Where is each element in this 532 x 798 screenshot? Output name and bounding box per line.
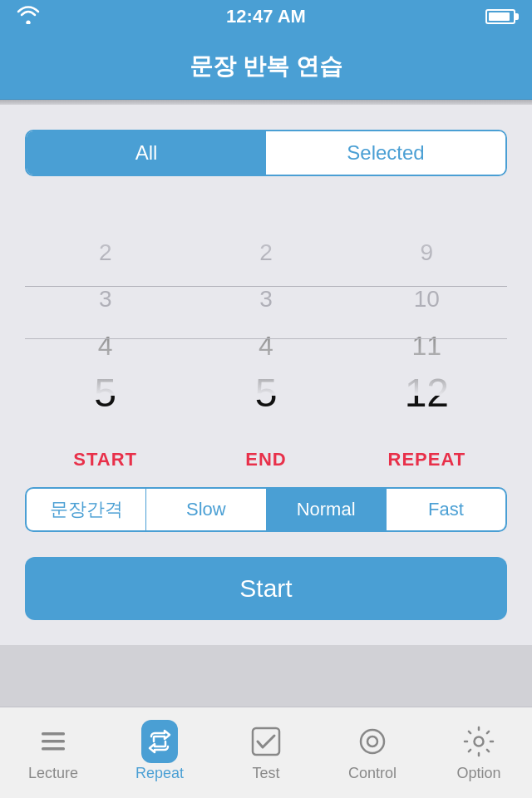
tab-control[interactable]: Control	[319, 707, 426, 798]
picker-item: 13	[347, 416, 507, 429]
picker-item-selected: 5	[25, 369, 185, 416]
tab-test[interactable]: Test	[213, 707, 319, 798]
picker-item: 2	[185, 229, 346, 276]
svg-point-4	[361, 730, 384, 753]
wifi-icon	[17, 6, 40, 27]
gear-icon	[461, 723, 497, 760]
picker-col-start[interactable]: 2 3 4 5 6 7	[25, 196, 185, 429]
speed-btn-fast[interactable]: Fast	[387, 489, 505, 530]
status-bar: 12:47 AM	[0, 0, 532, 33]
picker-item-selected: 12	[347, 369, 507, 416]
tab-test-label: Test	[252, 765, 279, 782]
end-label: END	[185, 449, 346, 470]
tab-lecture-label: Lecture	[28, 765, 78, 782]
picker-items-end: 2 3 4 5 6 7 8	[185, 196, 346, 429]
picker-items-repeat: 9 10 11 12 13 14 15	[347, 196, 507, 429]
speed-btn-interval[interactable]: 문장간격	[27, 489, 146, 530]
picker-item: 3	[185, 276, 346, 323]
tab-lecture[interactable]: Lecture	[0, 707, 106, 798]
check-icon	[248, 723, 284, 760]
picker-col-repeat[interactable]: 9 10 11 12 13 14 15	[347, 196, 507, 429]
picker-labels: START END REPEAT	[25, 449, 507, 470]
tab-repeat-label: Repeat	[135, 765, 184, 782]
svg-point-6	[475, 737, 484, 746]
picker-item: 3	[25, 276, 185, 323]
picker-item: 10	[347, 276, 507, 323]
circle-icon	[354, 723, 391, 760]
list-icon	[35, 723, 71, 760]
speed-selector: 문장간격 Slow Normal Fast	[25, 487, 507, 532]
picker-item: 4	[25, 323, 185, 369]
tab-option-label: Option	[456, 765, 500, 782]
picker-item: 11	[347, 323, 507, 369]
all-tab[interactable]: All	[27, 131, 266, 175]
picker[interactable]: 2 3 4 5 6 7 2 3 4 5 6 7 8 9	[25, 196, 507, 429]
tab-bar: Lecture Repeat Test	[0, 707, 532, 798]
status-time: 12:47 AM	[226, 6, 306, 27]
start-button[interactable]: Start	[25, 557, 507, 620]
repeat-icon	[141, 723, 178, 760]
picker-item: 2	[25, 229, 185, 276]
start-label: START	[25, 449, 185, 470]
svg-point-5	[367, 736, 377, 746]
filter-toggle: All Selected	[25, 130, 507, 176]
tab-control-label: Control	[348, 765, 397, 782]
picker-item: 6	[185, 416, 346, 429]
svg-rect-1	[42, 740, 65, 743]
speed-btn-slow[interactable]: Slow	[146, 489, 266, 530]
picker-item: 6	[25, 416, 185, 429]
picker-item: 4	[185, 323, 346, 369]
picker-items-start: 2 3 4 5 6 7	[25, 196, 185, 429]
app-header: 문장 반복 연습	[0, 33, 532, 100]
picker-col-end[interactable]: 2 3 4 5 6 7 8	[185, 196, 346, 429]
picker-item: 9	[347, 229, 507, 276]
battery-icon	[485, 9, 515, 24]
svg-rect-2	[42, 747, 65, 751]
tab-option[interactable]: Option	[426, 707, 532, 798]
main-content: All Selected 2 3 4 5 6 7 2 3	[0, 105, 532, 645]
selected-tab[interactable]: Selected	[266, 131, 505, 175]
picker-item-selected: 5	[185, 369, 346, 416]
svg-rect-0	[42, 732, 65, 736]
tab-repeat[interactable]: Repeat	[106, 707, 213, 798]
app-title: 문장 반복 연습	[190, 51, 342, 82]
speed-btn-normal[interactable]: Normal	[267, 489, 387, 530]
repeat-label: REPEAT	[347, 449, 507, 470]
